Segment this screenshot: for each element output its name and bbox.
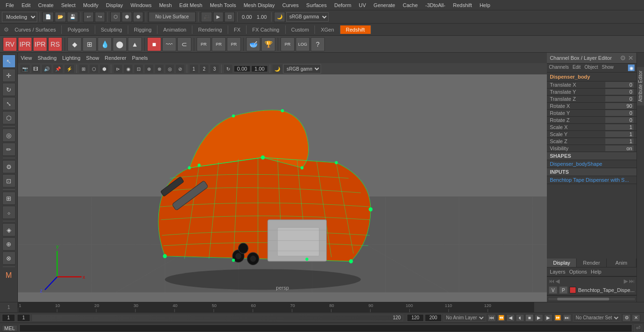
- attr-rotate-y-input[interactable]: [605, 110, 634, 116]
- vp-menu-panels[interactable]: Panels: [132, 55, 148, 61]
- layer-v-btn[interactable]: V: [549, 286, 557, 294]
- shelf-icon-cone[interactable]: ▲: [128, 37, 142, 51]
- shelf-icon-trophy[interactable]: 🏆: [261, 37, 275, 51]
- shelf-icon-grid[interactable]: ⊞: [83, 37, 97, 51]
- wireframe-toggle[interactable]: ⬦: [2, 206, 16, 219]
- shelf-icon-pr1[interactable]: PR: [197, 37, 211, 51]
- shelf-icon-log2[interactable]: LOG: [296, 37, 310, 51]
- dra-tab-render[interactable]: Render: [577, 259, 606, 267]
- mel-toggle[interactable]: MEL: [2, 325, 17, 332]
- vp-grid-btn[interactable]: ⊞: [79, 64, 88, 73]
- shelf-icon-sphere[interactable]: ⬤: [113, 37, 127, 51]
- menu-select[interactable]: Select: [58, 1, 80, 9]
- open-scene-btn[interactable]: 📂: [55, 12, 66, 22]
- start-time-input[interactable]: [2, 314, 15, 322]
- shelf-icon-question[interactable]: ?: [311, 37, 325, 51]
- menu-windows[interactable]: Windows: [127, 1, 156, 9]
- inputs-section[interactable]: INPUTS: [547, 168, 636, 176]
- layer-color-swatch[interactable]: [570, 287, 576, 293]
- maya-logo[interactable]: M: [2, 269, 16, 282]
- menu-curves[interactable]: Curves: [279, 1, 303, 9]
- shelf-icon-diamond[interactable]: ◆: [67, 37, 82, 51]
- move-tool[interactable]: ✛: [2, 69, 16, 82]
- shelf-icon-ipr2[interactable]: IPR: [33, 37, 47, 51]
- tab-fx[interactable]: FX: [228, 25, 247, 34]
- scroll-next[interactable]: ▶: [624, 278, 628, 284]
- tab-polygons[interactable]: Polygons: [62, 25, 95, 34]
- input-item[interactable]: Benchtop Tape Dispenser with S...: [547, 176, 636, 184]
- menu-file[interactable]: File: [2, 1, 18, 9]
- select-tool-btn[interactable]: ⬡: [110, 12, 121, 22]
- scrollbar-track[interactable]: [548, 297, 636, 301]
- vp-2[interactable]: 2: [199, 64, 209, 73]
- vp-1[interactable]: 1: [189, 64, 198, 73]
- vp-toggle2[interactable]: ◉: [124, 64, 133, 73]
- shelf-icon-log1[interactable]: PR: [281, 37, 295, 51]
- vp-film-btn[interactable]: 🎞: [31, 64, 41, 73]
- cam-btn[interactable]: 🎥: [201, 12, 212, 22]
- shape-item[interactable]: Dispenser_bodyShape: [547, 160, 636, 168]
- attr-scale-x-input[interactable]: [605, 124, 634, 130]
- attribute-editor-tab[interactable]: Attribute Editor: [637, 67, 644, 105]
- vp-toggle5[interactable]: ⊗: [155, 64, 164, 73]
- menu-edit[interactable]: Edit: [18, 1, 34, 9]
- cb-tab-channels[interactable]: Channels: [549, 65, 569, 71]
- menu-help[interactable]: Help: [476, 1, 494, 9]
- view-cube[interactable]: ⊞: [2, 192, 16, 205]
- step-back-btn[interactable]: ⏪: [497, 314, 505, 322]
- shelf-icon-rv[interactable]: RV: [3, 37, 17, 51]
- vp-attr-btn[interactable]: ⚡: [64, 64, 74, 73]
- vp-shade-btn[interactable]: ⬢: [99, 64, 109, 73]
- cb-tab-show[interactable]: Show: [602, 65, 614, 71]
- shelf-icon-wave[interactable]: 〰: [162, 37, 176, 51]
- new-scene-btn[interactable]: 📄: [42, 12, 54, 22]
- component-b[interactable]: ⊗: [2, 251, 16, 265]
- vp-cam-btn[interactable]: 📷: [20, 64, 30, 73]
- cb-tab-object[interactable]: Object: [585, 65, 598, 71]
- play-fwd-btn[interactable]: ▶: [535, 314, 543, 322]
- attr-translate-y-input[interactable]: [605, 89, 634, 95]
- prev-key-btn[interactable]: ◀: [506, 314, 515, 322]
- stop-btn[interactable]: ■: [525, 314, 534, 322]
- component-a[interactable]: ⊕: [2, 237, 16, 251]
- shelf-icon-pr2[interactable]: PR: [212, 37, 226, 51]
- shelf-icon-cube-red[interactable]: ■: [147, 37, 161, 51]
- scroll-prev[interactable]: ◀: [555, 278, 560, 284]
- shelf-icon-pr3[interactable]: PR: [227, 37, 241, 51]
- tab-xgen[interactable]: XGen: [315, 25, 340, 34]
- cb-settings-btn[interactable]: ⚙: [620, 54, 626, 62]
- universal-tool[interactable]: ⬡: [2, 111, 16, 124]
- tab-curves-surfaces[interactable]: Curves / Surfaces: [9, 25, 62, 34]
- current-time-input[interactable]: [17, 314, 30, 322]
- paint-sel-btn[interactable]: ⬣: [133, 12, 143, 22]
- undo-btn[interactable]: ↩: [83, 12, 94, 22]
- menu-modify[interactable]: Modify: [79, 1, 102, 9]
- shelf-icon-rs[interactable]: RS: [48, 37, 62, 51]
- vp-toggle6[interactable]: ◎: [165, 64, 174, 73]
- extra-btn[interactable]: ✕: [632, 314, 640, 322]
- play-back-btn[interactable]: ⏴: [516, 314, 524, 322]
- shelf-icon-ipr[interactable]: IPR: [18, 37, 32, 51]
- menu-uv[interactable]: UV: [355, 1, 370, 9]
- vp-menu-shading[interactable]: Shading: [38, 55, 57, 61]
- vp-gamma-icon[interactable]: 🌙: [272, 64, 282, 73]
- no-live-btn[interactable]: No Live Surface: [149, 12, 196, 22]
- channel-box-content[interactable]: Dispenser_body Translate X Translate Y T…: [547, 73, 636, 259]
- range-max-input[interactable]: [407, 314, 424, 322]
- menu-mesh-display[interactable]: Mesh Display: [240, 1, 279, 9]
- menu-generate[interactable]: Generate: [370, 1, 399, 9]
- scale-tool[interactable]: ⤡: [2, 97, 16, 110]
- lasso-tool-btn[interactable]: ⬢: [122, 12, 132, 22]
- scrollbar-thumb[interactable]: [557, 298, 609, 300]
- timeline-range-bar[interactable]: [32, 315, 403, 321]
- range-end-input[interactable]: [388, 315, 401, 320]
- tab-sculpting[interactable]: Sculpting: [95, 25, 128, 34]
- help-sub[interactable]: Help: [591, 269, 602, 275]
- goto-start-btn[interactable]: ⏮: [487, 314, 496, 322]
- vp-marker-btn[interactable]: 📌: [53, 64, 63, 73]
- menu-edit-mesh[interactable]: Edit Mesh: [175, 1, 206, 9]
- shelf-icon-bowl[interactable]: 🥣: [246, 37, 260, 51]
- vp-menu-show[interactable]: Show: [86, 55, 99, 61]
- attr-scale-y-input[interactable]: [605, 131, 634, 137]
- menu-mesh-tools[interactable]: Mesh Tools: [206, 1, 239, 9]
